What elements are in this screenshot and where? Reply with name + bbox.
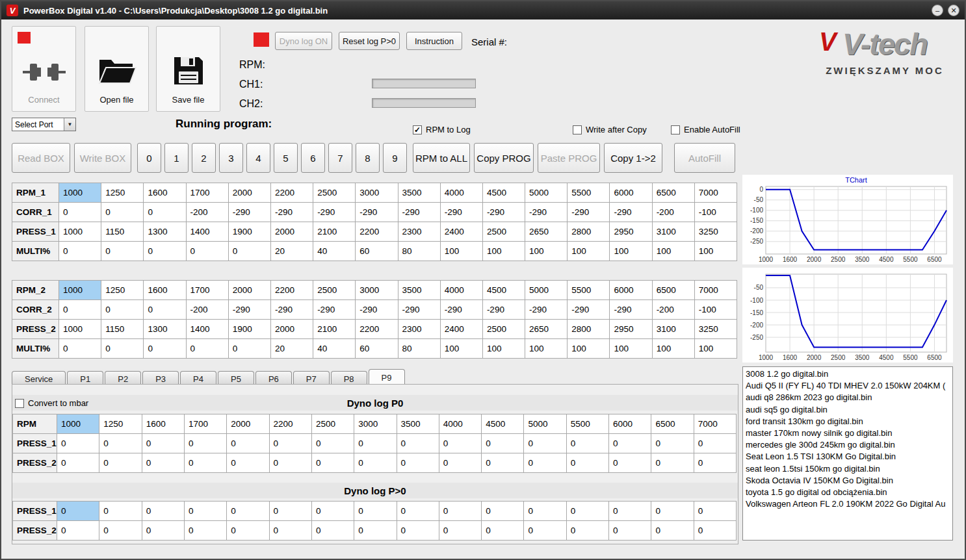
table-cell[interactable]: 0 bbox=[184, 521, 226, 541]
table-cell[interactable]: 2100 bbox=[313, 222, 356, 242]
table-cell[interactable]: 0 bbox=[524, 453, 566, 473]
open-file-button[interactable]: Open file bbox=[85, 26, 149, 112]
table-cell[interactable]: -290 bbox=[313, 203, 356, 222]
reset-log-button[interactable]: Reset log P>0 bbox=[339, 32, 400, 50]
table-cell[interactable]: 100 bbox=[694, 339, 737, 359]
file-list-item[interactable]: seat leon 1.5tsi 150km go digital.bin bbox=[746, 463, 950, 475]
table-cell[interactable]: 2200 bbox=[269, 414, 311, 434]
table-cell[interactable]: 0 bbox=[142, 502, 184, 521]
table-cell[interactable]: 0 bbox=[184, 434, 226, 453]
table-cell[interactable]: 1300 bbox=[144, 320, 186, 339]
table-cell[interactable]: 0 bbox=[397, 502, 439, 521]
copy-prog-button[interactable]: Copy PROG bbox=[474, 143, 534, 173]
table-cell[interactable]: 4000 bbox=[440, 183, 482, 203]
table-cell[interactable]: 0 bbox=[99, 521, 142, 541]
table-cell[interactable]: 2650 bbox=[525, 320, 568, 339]
write-after-copy-checkbox[interactable] bbox=[573, 125, 582, 134]
table-cell[interactable]: 0 bbox=[142, 453, 184, 473]
table-cell[interactable]: 0 bbox=[186, 242, 228, 261]
table-cell[interactable]: 0 bbox=[311, 521, 354, 541]
table-cell[interactable]: 4500 bbox=[482, 414, 524, 434]
table-cell[interactable]: 0 bbox=[397, 521, 439, 541]
rpm-to-all-button[interactable]: RPM to ALL bbox=[413, 143, 470, 173]
table-cell[interactable]: 0 bbox=[524, 521, 566, 541]
table-cell[interactable]: 0 bbox=[482, 521, 524, 541]
table-cell[interactable]: 2100 bbox=[313, 320, 356, 339]
digit-button[interactable]: 3 bbox=[219, 143, 243, 173]
table-cell[interactable]: 4500 bbox=[482, 281, 525, 300]
table-cell[interactable]: 0 bbox=[439, 521, 481, 541]
table-cell[interactable]: 2000 bbox=[228, 183, 270, 203]
table-cell[interactable]: 0 bbox=[184, 502, 226, 521]
table-cell[interactable]: 100 bbox=[482, 339, 525, 359]
table-cell[interactable]: -290 bbox=[610, 300, 652, 320]
table-cell[interactable]: 3500 bbox=[398, 281, 440, 300]
table-cell[interactable]: 0 bbox=[269, 453, 311, 473]
table-cell[interactable]: 7000 bbox=[694, 414, 736, 434]
table-cell[interactable]: -290 bbox=[228, 203, 270, 222]
table-cell[interactable]: 80 bbox=[398, 339, 440, 359]
table-cell[interactable]: 0 bbox=[311, 434, 354, 453]
table-cell[interactable]: 0 bbox=[651, 521, 694, 541]
table-cell[interactable]: 20 bbox=[270, 242, 313, 261]
close-button[interactable]: ✕ bbox=[948, 5, 959, 16]
table-cell[interactable]: 0 bbox=[566, 453, 608, 473]
table-cell[interactable]: 100 bbox=[610, 339, 652, 359]
file-list-item[interactable]: audi q8 286km 2023 go digital.bin bbox=[746, 392, 950, 403]
table-cell[interactable]: 0 bbox=[99, 502, 142, 521]
table-cell[interactable]: 0 bbox=[57, 502, 99, 521]
table-cell[interactable]: 0 bbox=[439, 434, 481, 453]
table-cell[interactable]: 0 bbox=[609, 434, 651, 453]
table-cell[interactable]: 100 bbox=[482, 242, 525, 261]
table-cell[interactable]: -290 bbox=[398, 300, 440, 320]
table-cell[interactable]: 0 bbox=[59, 300, 101, 320]
table-cell[interactable]: 0 bbox=[694, 453, 736, 473]
file-list-item[interactable]: mercedes gle 300d 245km go digital.bin bbox=[746, 439, 950, 451]
table-cell[interactable]: 100 bbox=[440, 339, 482, 359]
digit-button[interactable]: 0 bbox=[137, 143, 161, 173]
table-cell[interactable]: 0 bbox=[609, 453, 651, 473]
table-cell[interactable]: 2950 bbox=[610, 320, 652, 339]
digit-button[interactable]: 2 bbox=[192, 143, 216, 173]
digit-button[interactable]: 9 bbox=[383, 143, 407, 173]
minimize-button[interactable]: – bbox=[932, 5, 943, 16]
table-cell[interactable]: 0 bbox=[311, 502, 354, 521]
table-cell[interactable]: 0 bbox=[269, 521, 311, 541]
table-cell[interactable]: 0 bbox=[397, 434, 439, 453]
table-cell[interactable]: 1000 bbox=[59, 222, 101, 242]
table-cell[interactable]: -200 bbox=[186, 300, 228, 320]
digit-button[interactable]: 5 bbox=[274, 143, 298, 173]
table-cell[interactable]: 1300 bbox=[144, 222, 186, 242]
table-cell[interactable]: 0 bbox=[269, 502, 311, 521]
table-cell[interactable]: 1000 bbox=[57, 414, 99, 434]
table-cell[interactable]: 0 bbox=[228, 339, 270, 359]
table-cell[interactable]: 0 bbox=[57, 521, 99, 541]
table-cell[interactable]: 3000 bbox=[356, 183, 398, 203]
table-cell[interactable]: 0 bbox=[59, 203, 101, 222]
table-cell[interactable]: 3100 bbox=[652, 320, 694, 339]
table-cell[interactable]: 0 bbox=[482, 434, 524, 453]
table-cell[interactable]: 1000 bbox=[59, 183, 101, 203]
table-cell[interactable]: 1150 bbox=[101, 320, 144, 339]
table-cell[interactable]: 1600 bbox=[144, 281, 186, 300]
table-cell[interactable]: 0 bbox=[439, 502, 481, 521]
digit-button[interactable]: 6 bbox=[301, 143, 325, 173]
table-cell[interactable]: 40 bbox=[313, 242, 356, 261]
table-cell[interactable]: 2500 bbox=[313, 183, 356, 203]
table-cell[interactable]: 4000 bbox=[439, 414, 481, 434]
table-cell[interactable]: -290 bbox=[482, 203, 525, 222]
table-cell[interactable]: 1400 bbox=[186, 320, 228, 339]
table-cell[interactable]: 60 bbox=[356, 242, 398, 261]
table-cell[interactable]: 2500 bbox=[482, 320, 525, 339]
table-cell[interactable]: 0 bbox=[566, 502, 608, 521]
table-cell[interactable]: -290 bbox=[270, 203, 313, 222]
file-list-item[interactable]: Skoda Octavia IV 150KM Go Digital.bin bbox=[746, 475, 950, 487]
table-cell[interactable]: 6000 bbox=[609, 414, 651, 434]
file-list-item[interactable]: audi sq5 go digital.bin bbox=[746, 404, 950, 416]
table-cell[interactable]: 0 bbox=[227, 502, 269, 521]
table-cell[interactable]: -200 bbox=[186, 203, 228, 222]
table-cell[interactable]: 0 bbox=[101, 339, 144, 359]
table-cell[interactable]: 3100 bbox=[652, 222, 694, 242]
table-cell[interactable]: 0 bbox=[482, 502, 524, 521]
table-cell[interactable]: 0 bbox=[354, 502, 397, 521]
